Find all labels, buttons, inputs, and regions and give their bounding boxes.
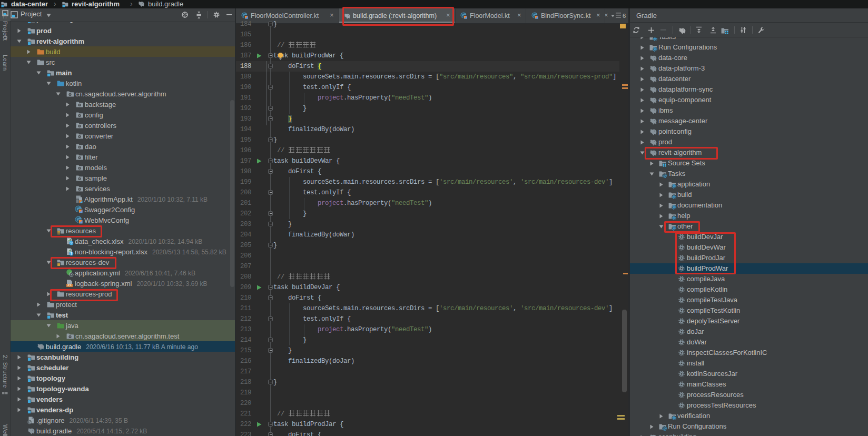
svg-text:?: ? (70, 241, 73, 245)
svg-text:<>: <> (67, 284, 72, 288)
svg-text:?: ? (70, 251, 73, 256)
